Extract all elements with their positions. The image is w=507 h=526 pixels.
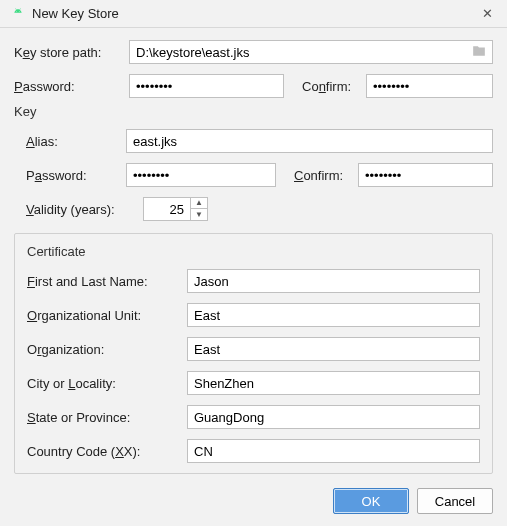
certificate-group: Certificate First and Last Name: Organiz… <box>14 233 493 474</box>
cert-org-input[interactable] <box>187 337 480 361</box>
keystore-path-input-wrap <box>129 40 493 64</box>
store-confirm-input[interactable] <box>366 74 493 98</box>
cert-org-row: Organization: <box>27 337 480 361</box>
cert-city-row: City or Locality: <box>27 371 480 395</box>
cert-city-label: City or Locality: <box>27 376 187 391</box>
cert-name-label: First and Last Name: <box>27 274 187 289</box>
spinner-up-icon[interactable]: ▲ <box>191 198 207 209</box>
key-password-row: Password: Confirm: <box>14 163 493 187</box>
dialog-window: New Key Store ✕ Key store path: Password… <box>0 0 507 526</box>
spinner-arrows: ▲ ▼ <box>190 198 207 220</box>
alias-input[interactable] <box>126 129 493 153</box>
cert-org-label: Organization: <box>27 342 187 357</box>
key-password-input[interactable] <box>126 163 276 187</box>
close-icon[interactable]: ✕ <box>477 6 497 21</box>
window-title: New Key Store <box>32 6 477 21</box>
key-confirm-label: Confirm: <box>294 168 358 183</box>
key-group-title: Key <box>14 104 493 119</box>
store-password-label: Password: <box>14 79 129 94</box>
certificate-group-title: Certificate <box>27 244 480 259</box>
cert-name-row: First and Last Name: <box>27 269 480 293</box>
store-confirm-label: Confirm: <box>302 79 366 94</box>
folder-icon[interactable] <box>471 44 487 61</box>
keystore-path-row: Key store path: <box>14 40 493 64</box>
key-confirm-input[interactable] <box>358 163 493 187</box>
titlebar: New Key Store ✕ <box>0 0 507 28</box>
cert-state-row: State or Province: <box>27 405 480 429</box>
cert-ou-row: Organizational Unit: <box>27 303 480 327</box>
validity-row: Validity (years): ▲ ▼ <box>14 197 493 221</box>
validity-spinner[interactable]: ▲ ▼ <box>143 197 208 221</box>
validity-label: Validity (years): <box>26 202 143 217</box>
cert-ou-input[interactable] <box>187 303 480 327</box>
cancel-button[interactable]: Cancel <box>417 488 493 514</box>
keystore-path-label: Key store path: <box>14 45 129 60</box>
validity-input[interactable] <box>144 198 190 220</box>
cert-country-input[interactable] <box>187 439 480 463</box>
cert-ou-label: Organizational Unit: <box>27 308 187 323</box>
alias-label: Alias: <box>26 134 126 149</box>
keystore-path-input[interactable] <box>129 40 493 64</box>
content-area: Key store path: Password: Confirm: Key A… <box>0 28 507 480</box>
android-logo-icon <box>10 6 26 22</box>
cert-country-label: Country Code (XX): <box>27 444 187 459</box>
cert-state-input[interactable] <box>187 405 480 429</box>
store-password-row: Password: Confirm: <box>14 74 493 98</box>
cert-country-row: Country Code (XX): <box>27 439 480 463</box>
store-password-input[interactable] <box>129 74 284 98</box>
key-password-label: Password: <box>26 168 126 183</box>
ok-button[interactable]: OK <box>333 488 409 514</box>
cert-state-label: State or Province: <box>27 410 187 425</box>
alias-row: Alias: <box>14 129 493 153</box>
dialog-footer: OK Cancel <box>0 480 507 526</box>
cert-name-input[interactable] <box>187 269 480 293</box>
cert-city-input[interactable] <box>187 371 480 395</box>
key-group: Key Alias: Password: Confirm: Validity (… <box>14 104 493 474</box>
spinner-down-icon[interactable]: ▼ <box>191 209 207 220</box>
